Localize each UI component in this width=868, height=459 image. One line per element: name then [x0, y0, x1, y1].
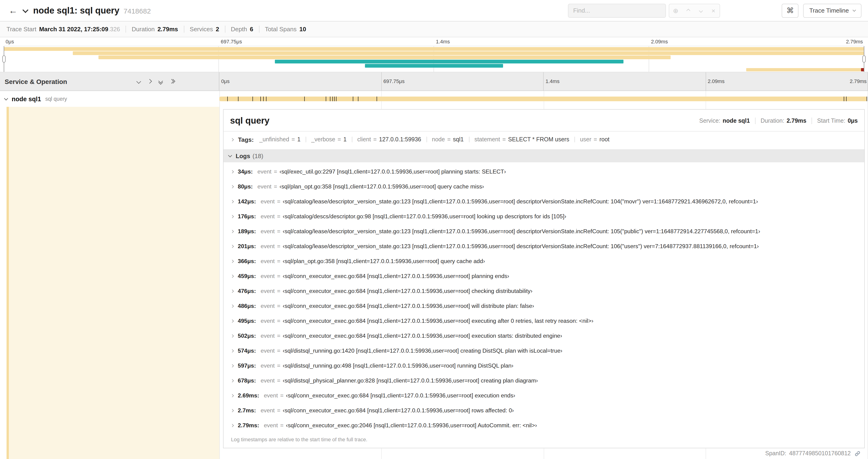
logs-note: Log timestamps are relative to the start…: [230, 437, 858, 442]
clear-icon: ×: [711, 7, 715, 14]
tag-item: statement=SELECT * FROM users: [474, 136, 569, 143]
collapse-all-button[interactable]: [170, 80, 174, 83]
ruler-tick-label: 1.4ms: [546, 78, 560, 84]
log-entry[interactable]: 34μs:event=‹sql/exec_util.go:2297 [nsql1…: [230, 164, 858, 179]
log-entry[interactable]: 2.69ms:event=‹sql/conn_executor_exec.go:…: [230, 388, 858, 403]
tag-divider: [352, 137, 352, 142]
log-field-key: event: [260, 348, 275, 354]
log-marker-tick: [358, 97, 359, 101]
link-icon[interactable]: [855, 450, 861, 456]
find-result-controls: ⊕ ×: [669, 3, 720, 18]
children-toggle-chevron-icon[interactable]: [4, 97, 8, 101]
log-entry[interactable]: 574μs:event=‹sql/distsql_running.go:1420…: [230, 343, 858, 358]
log-field-key: event: [257, 183, 271, 190]
tag-equals: =: [594, 136, 597, 143]
tag-equals: =: [338, 136, 341, 143]
log-message: ‹sql/exec_util.go:2297 [nsql1,client=127…: [280, 168, 506, 175]
log-marker-tick: [377, 97, 377, 101]
chevron-up-icon: [686, 9, 690, 12]
ruler-tick-label: 1.4ms: [436, 39, 450, 44]
log-entry[interactable]: 2.79ms:event=‹sql/conn_executor_exec.go:…: [230, 418, 858, 433]
scrubber-grip[interactable]: [862, 56, 866, 63]
next-result-button[interactable]: [694, 4, 707, 17]
scrubber-grip[interactable]: [2, 56, 6, 63]
log-entry[interactable]: 476μs:event=‹sql/conn_executor_exec.go:6…: [230, 284, 858, 299]
collapse-one-button[interactable]: [148, 80, 151, 83]
log-entry[interactable]: 366μs:event=‹sql/plan_opt.go:358 [nsql1,…: [230, 254, 858, 269]
timeline-gridline: [543, 72, 544, 91]
chevron-right-icon: [230, 379, 234, 382]
chevron-right-icon: [230, 230, 234, 233]
tags-row[interactable]: Tags: _unfinished=1_verbose=1client=127.…: [230, 132, 858, 146]
log-field-key: event: [264, 422, 278, 429]
find-input[interactable]: [568, 3, 666, 18]
timeline-minimap[interactable]: 0μs697.75μs1.4ms2.09ms2.79ms: [0, 37, 868, 72]
log-marker-tick: [846, 97, 846, 101]
log-entry[interactable]: 495μs:event=‹sql/conn_executor_exec.go:6…: [230, 314, 858, 328]
log-entry[interactable]: 459μs:event=‹sql/conn_executor_exec.go:6…: [230, 269, 858, 284]
prev-result-button[interactable]: [682, 4, 694, 17]
total-spans-item: Total Spans 10: [265, 26, 306, 33]
log-marker-tick: [330, 97, 331, 101]
log-field-key: event: [264, 392, 278, 399]
log-entry[interactable]: 142μs:event=‹sql/catalog/lease/descripto…: [230, 194, 858, 209]
divider: [184, 26, 184, 33]
span-row[interactable]: node sql1 sql query: [0, 91, 868, 107]
tag-item: _unfinished=1: [259, 136, 300, 143]
chevron-right-icon: [230, 138, 234, 141]
log-timestamp: 2.79ms:: [238, 422, 259, 429]
divider: [811, 118, 812, 124]
span-bar[interactable]: [219, 97, 867, 101]
clear-search-button[interactable]: ×: [707, 4, 720, 17]
log-entry[interactable]: 189μs:event=‹sql/catalog/lease/descripto…: [230, 224, 858, 239]
log-entry[interactable]: 678μs:event=‹sql/distsql_physical_planne…: [230, 373, 858, 388]
minimap-span-bar: [72, 51, 864, 55]
log-equals: =: [277, 333, 280, 339]
ruler-tick-label: 2.09ms: [708, 78, 724, 84]
log-entry[interactable]: 201μs:event=‹sql/catalog/lease/descripto…: [230, 239, 858, 254]
log-entry[interactable]: 176μs:event=‹sql/catalog/descs/descripto…: [230, 209, 858, 224]
log-timestamp: 366μs:: [238, 258, 256, 264]
chevron-right-icon: [230, 290, 234, 293]
log-message: ‹sql/conn_executor_exec.go:684 [nsql1,cl…: [283, 333, 562, 339]
operation-name: sql query: [45, 96, 67, 102]
focus-matches-button[interactable]: ⊕: [669, 4, 682, 17]
chevron-right-icon: [230, 364, 234, 367]
view-options-button[interactable]: Trace Timeline: [803, 3, 862, 18]
log-entry[interactable]: 80μs:event=‹sql/plan_opt.go:358 [nsql1,c…: [230, 179, 858, 194]
log-message: ‹sql/catalog/lease/descriptor_version_st…: [283, 243, 759, 250]
spanid-value: 4877749850101760812: [789, 450, 851, 457]
log-field-key: event: [260, 303, 275, 309]
log-field-key: event: [260, 258, 275, 264]
log-equals: =: [274, 168, 277, 175]
timeline-header: Service & Operation 0μs697.75μs1.4ms2.09…: [0, 72, 868, 91]
minimap-right-scrubber[interactable]: [864, 46, 864, 72]
log-entry[interactable]: 2.7ms:event=‹sql/conn_executor_exec.go:6…: [230, 403, 858, 418]
log-marker-tick: [334, 97, 335, 101]
duration-item: Duration 2.79ms: [132, 26, 178, 33]
minimap-left-scrubber[interactable]: [4, 46, 4, 72]
expand-all-button[interactable]: [159, 79, 162, 84]
chevron-right-icon: [230, 424, 234, 427]
chevron-right-icon: [230, 260, 234, 263]
minimap-canvas[interactable]: [4, 46, 864, 72]
logs-count: (18): [252, 152, 263, 159]
chevron-right-icon: [230, 215, 234, 218]
log-entry[interactable]: 486μs:event=‹sql/conn_executor_exec.go:6…: [230, 299, 858, 314]
tag-key: user: [580, 136, 591, 143]
command-icon: ⌘: [786, 6, 794, 15]
log-field-key: event: [260, 362, 275, 369]
log-entry[interactable]: 502μs:event=‹sql/conn_executor_exec.go:6…: [230, 328, 858, 343]
back-button[interactable]: ←: [6, 4, 20, 17]
logs-header[interactable]: Logs (18): [223, 149, 864, 162]
span-detail-header: sql query Service: node sql1 Duration: 2…: [230, 114, 858, 127]
span-timeline-cell[interactable]: [219, 91, 867, 107]
span-name-column[interactable]: node sql1 sql query: [0, 91, 219, 107]
view-options-label: Trace Timeline: [809, 7, 849, 14]
keyboard-shortcuts-button[interactable]: ⌘: [782, 3, 799, 18]
log-entry[interactable]: 597μs:event=‹sql/distsql_running.go:498 …: [230, 358, 858, 373]
expand-one-button[interactable]: [137, 80, 140, 83]
log-field-key: event: [260, 228, 275, 235]
log-message: ‹sql/catalog/lease/descriptor_version_st…: [283, 228, 760, 235]
collapse-header-chevron-icon[interactable]: [22, 7, 28, 13]
